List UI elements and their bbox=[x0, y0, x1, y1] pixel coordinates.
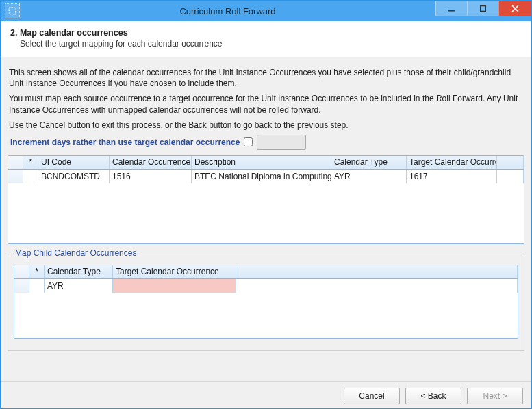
next-button: Next > bbox=[467, 388, 523, 404]
col-description[interactable]: Description bbox=[192, 156, 331, 169]
table-row[interactable]: AYR bbox=[14, 279, 518, 293]
close-button[interactable] bbox=[498, 1, 531, 16]
table-row[interactable]: BCNDCOMSTD 1516 BTEC National Diploma in… bbox=[8, 170, 524, 183]
col-spacer bbox=[497, 156, 524, 169]
col-target-occurrence[interactable]: Target Calendar Occurrence bbox=[407, 156, 497, 169]
cell-spacer bbox=[236, 279, 518, 293]
wizard-header: 2. Map calendar occurrences Select the t… bbox=[1, 21, 531, 57]
minimize-button[interactable] bbox=[435, 1, 467, 16]
cell-target[interactable] bbox=[113, 279, 236, 293]
step-title: 2. Map calendar occurrences bbox=[10, 28, 522, 38]
col-target-occurrence[interactable]: Target Calendar Occurrence bbox=[113, 265, 236, 278]
cancel-button[interactable]: Cancel bbox=[344, 388, 400, 404]
increment-days-checkbox[interactable] bbox=[244, 137, 253, 146]
main-grid[interactable]: * UI Code Calendar Occurrence Descriptio… bbox=[8, 155, 524, 244]
cell-star bbox=[29, 279, 45, 293]
main-grid-container: * UI Code Calendar Occurrence Descriptio… bbox=[8, 155, 524, 244]
system-menu-icon[interactable] bbox=[5, 3, 20, 18]
row-selector[interactable] bbox=[14, 279, 29, 293]
col-ui-code[interactable]: UI Code bbox=[38, 156, 110, 169]
row-selector[interactable] bbox=[8, 170, 23, 183]
info-paragraph-1: This screen shows all of the calendar oc… bbox=[9, 67, 523, 89]
col-calendar-occurrence[interactable]: Calendar Occurrence bbox=[110, 156, 192, 169]
svg-rect-2 bbox=[481, 5, 486, 11]
svg-rect-0 bbox=[9, 8, 16, 14]
cell-cal-type[interactable]: AYR bbox=[45, 279, 113, 293]
step-subtitle: Select the target mapping for each calen… bbox=[20, 39, 522, 49]
increment-days-input[interactable] bbox=[257, 135, 306, 150]
row-selector-header bbox=[14, 265, 29, 278]
increment-days-label: Increment days rather than use target ca… bbox=[10, 137, 240, 147]
maximize-button[interactable] bbox=[467, 1, 498, 16]
child-occurrences-group: Map Child Calendar Occurrences * Calenda… bbox=[8, 254, 524, 351]
row-selector-header bbox=[8, 156, 23, 169]
cell-description[interactable]: BTEC National Diploma in Computing bbox=[192, 170, 331, 183]
col-calendar-type[interactable]: Calendar Type bbox=[45, 265, 113, 278]
info-paragraph-3: Use the Cancel button to exit this proce… bbox=[9, 120, 523, 131]
info-paragraph-2: You must map each source occurrence to a… bbox=[9, 93, 523, 115]
child-occurrences-legend: Map Child Calendar Occurrences bbox=[12, 248, 139, 258]
child-grid-header: * Calendar Type Target Calendar Occurren… bbox=[14, 265, 518, 279]
col-star[interactable]: * bbox=[23, 156, 38, 169]
titlebar: Curriculum Roll Forward bbox=[1, 1, 531, 21]
increment-days-option: Increment days rather than use target ca… bbox=[10, 135, 524, 150]
cell-cal-occ[interactable]: 1516 bbox=[110, 170, 192, 183]
col-spacer bbox=[236, 265, 518, 278]
cell-target[interactable]: 1617 bbox=[407, 170, 497, 183]
main-grid-header: * UI Code Calendar Occurrence Descriptio… bbox=[8, 156, 524, 170]
wizard-body: This screen shows all of the calendar oc… bbox=[1, 57, 531, 382]
cell-star bbox=[23, 170, 38, 183]
col-calendar-type[interactable]: Calendar Type bbox=[331, 156, 407, 169]
wizard-footer: Cancel < Back Next > bbox=[1, 382, 531, 409]
child-grid-container: * Calendar Type Target Calendar Occurren… bbox=[14, 265, 518, 339]
cell-spacer bbox=[497, 170, 524, 183]
col-star[interactable]: * bbox=[29, 265, 45, 278]
child-grid[interactable]: * Calendar Type Target Calendar Occurren… bbox=[14, 265, 518, 339]
cell-ui-code[interactable]: BCNDCOMSTD bbox=[38, 170, 110, 183]
back-button[interactable]: < Back bbox=[405, 388, 461, 404]
window-title: Curriculum Roll Forward bbox=[20, 6, 435, 16]
cell-cal-type[interactable]: AYR bbox=[331, 170, 407, 183]
window-buttons bbox=[435, 1, 531, 21]
